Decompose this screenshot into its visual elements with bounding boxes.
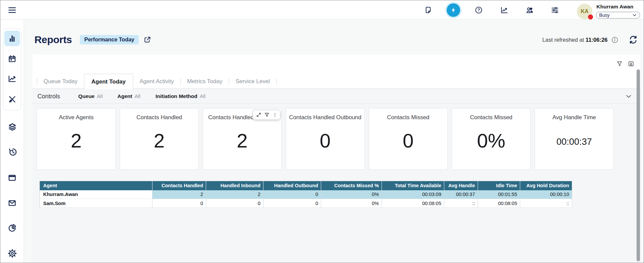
filter-icon[interactable] [264,112,270,118]
control-agent[interactable]: Agent All [117,89,140,104]
preferences-icon[interactable] [551,6,559,14]
download-icon[interactable] [628,61,634,67]
cell-agent: Khurram.Awan [40,190,152,199]
user-name: Khurram Awan [596,4,633,10]
col-avg-hold-duration[interactable]: Avg Hold Duration [520,181,572,190]
top-bar: ? KA Khurram Awan Busy [0,0,644,20]
bar-chart-icon [8,34,17,43]
col-total-time-available[interactable]: Total Time Available [382,181,444,190]
calendar-icon [8,55,17,63]
chevron-down-icon [632,13,637,18]
scrollbar-thumb[interactable] [637,69,640,261]
tab-agent-today[interactable]: Agent Today [84,74,133,89]
window-icon [8,173,17,182]
kpi-card-contacts-missed: Contacts Missed 0 [369,108,448,170]
sidebar-item-schedule[interactable] [0,51,24,67]
controls-bar: Controls Queue All Agent All Initiation … [32,89,640,104]
controls-title: Controls [37,89,60,104]
avatar[interactable]: KA [577,4,592,19]
sidebar-item-customize[interactable] [0,92,24,107]
tab-metrics-today[interactable]: Metrics Today [181,74,229,89]
tab-agent-activity[interactable]: Agent Activity [133,74,180,89]
history-icon [8,147,17,157]
status-select-value: Busy [599,12,610,18]
sidebar-item-metrics[interactable] [0,71,24,87]
col-agent[interactable]: Agent [40,181,152,190]
card-hover-toolbar [253,110,280,120]
col-contacts-missed-pct[interactable]: Contacts Missed % [321,181,382,190]
last-refreshed: Last refreshed at 11:06:26 [533,37,608,43]
line-chart-icon [8,74,17,83]
tab-bar: Queue Today Agent Today Agent Activity M… [37,74,277,89]
panel-toolbar [616,61,634,67]
kpi-card-active-agents: Active Agents 2 [37,108,116,170]
tab-queue-today[interactable]: Queue Today [37,74,84,89]
gear-icon [8,249,17,258]
sidebar [0,20,24,263]
brush-icon [8,95,17,104]
mail-icon [8,199,17,207]
note-icon[interactable] [424,6,432,14]
agents-icon[interactable] [526,6,534,14]
realtime-metrics-button[interactable] [445,2,462,19]
analytics-icon[interactable] [500,6,508,14]
kpi-card-contacts-handled-outbound: Contacts Handled Outbound 0 [286,108,365,170]
control-initiation-method[interactable]: Initiation Method All [156,89,205,104]
last-refreshed-time: 11:06:26 [586,37,608,43]
cell-agent: Sam.Som [40,199,152,208]
kpi-card-avg-handle-time: Avg Handle Time 00:00:37 [535,108,614,170]
table-row: Khurram.Awan 2 2 0 0% 00:03:09 00:00:37 … [40,190,572,199]
external-link-icon[interactable] [143,36,151,44]
last-refreshed-label: Last refreshed at [542,37,585,43]
sidebar-item-settings[interactable] [0,245,24,261]
table-row: Sam.Som 0 0 0 0% 00:08:05 :: 00:08:05 :: [40,199,572,208]
kpi-card-contacts-handled-inbound: Contacts Handled Inbound 2 [203,108,282,170]
col-contacts-handled[interactable]: Contacts Handled [152,181,206,190]
col-avg-handle[interactable]: Avg Handle [444,181,478,190]
col-handled-inbound[interactable]: Handled Inbound [206,181,263,190]
refresh-icon[interactable] [628,35,638,44]
control-queue[interactable]: Queue All [78,89,103,104]
avatar-initials: KA [581,8,588,14]
page-title: Reports [34,34,72,45]
layers-icon [8,122,17,131]
chevron-down-icon[interactable] [625,93,632,100]
sidebar-item-messages[interactable] [0,195,24,211]
sidebar-item-history[interactable] [0,144,24,160]
expand-icon[interactable] [256,112,261,118]
col-handled-outbound[interactable]: Handled Outbound [263,181,321,190]
agents-table: Agent Contacts Handled Handled Inbound H… [39,181,572,208]
hamburger-menu-icon[interactable] [8,6,17,14]
table-header-row: Agent Contacts Handled Handled Inbound H… [40,181,572,190]
dashboard-panel: Queue Today Agent Today Agent Activity M… [32,55,640,263]
kpi-card-contacts-handled: Contacts Handled 2 [120,108,199,170]
col-idle-time[interactable]: Idle Time [478,181,520,190]
status-dot [588,14,593,20]
pie-chart-icon [8,224,17,232]
help-icon[interactable]: ? [475,6,483,14]
info-icon[interactable] [611,36,618,43]
kpi-card-contacts-missed-pct: Contacts Missed 0% [452,108,531,170]
tab-service-level[interactable]: Service Level [229,74,276,89]
sidebar-item-reports-pie[interactable] [0,220,24,236]
sidebar-item-flows[interactable] [0,119,24,134]
lightning-icon [447,3,460,17]
svg-text:?: ? [477,8,480,12]
filter-icon[interactable] [616,61,623,67]
sidebar-item-workspace[interactable] [0,170,24,186]
kebab-menu-icon[interactable] [273,112,277,118]
status-select[interactable]: Busy [596,12,640,19]
dashboard-badge: Performance Today [80,35,139,44]
sidebar-item-dashboard[interactable] [0,31,24,46]
